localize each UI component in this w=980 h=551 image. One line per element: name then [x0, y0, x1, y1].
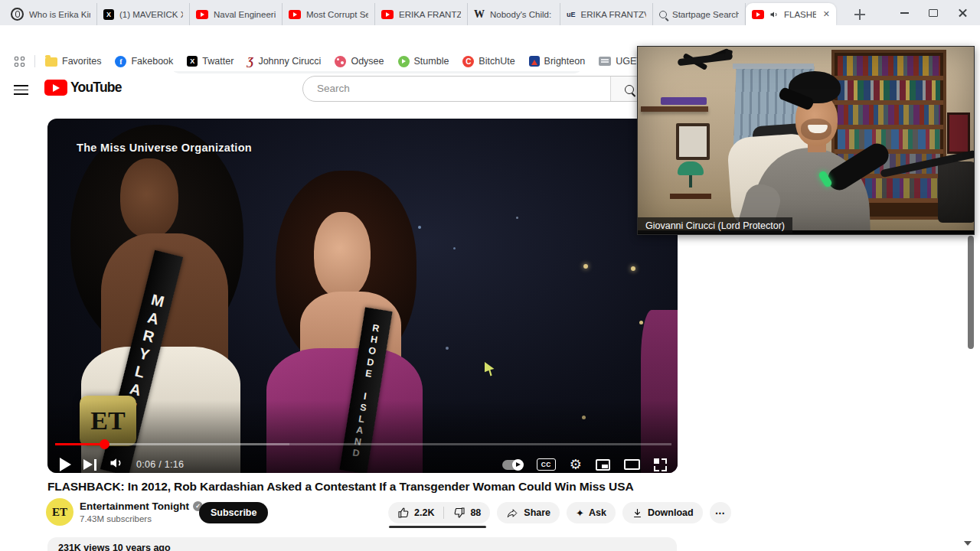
sparkle-graphic	[516, 217, 518, 219]
tab-erika-frantzve-1[interactable]: ERIKA FRANTZVE	[375, 3, 468, 25]
bitchute-icon: C	[462, 56, 474, 67]
bookmark-bitchute[interactable]: C BitchUte	[456, 51, 521, 71]
download-icon	[632, 507, 643, 519]
vignette-overlay	[638, 47, 974, 234]
search-input[interactable]: Search	[302, 76, 648, 102]
tab-who-is-erika-kirk[interactable]: Who is Erika Kirk	[5, 3, 97, 25]
tab-label: Most Corrupt Seri	[306, 10, 368, 19]
settings-gear-icon[interactable]: ⚙	[570, 458, 582, 471]
like-button[interactable]: 2.2K	[388, 507, 443, 519]
apps-grid-button[interactable]	[8, 51, 31, 71]
bookmark-fakebook[interactable]: f Fakebook	[108, 51, 180, 71]
bookmark-odysee[interactable]: Odysee	[328, 51, 390, 71]
search-icon	[625, 85, 634, 94]
subscribe-button[interactable]: Subscribe	[199, 502, 268, 523]
window-maximize-button[interactable]	[919, 0, 948, 25]
bookmarks-divider	[34, 55, 35, 67]
bookmark-twatter[interactable]: X Twatter	[180, 51, 240, 71]
tab-most-corrupt[interactable]: Most Corrupt Seri	[283, 3, 375, 25]
youtube-logo[interactable]: YouTube	[44, 80, 122, 96]
video-player[interactable]: MARYLAND RHODE ISLAND The Miss Universe …	[47, 119, 678, 473]
bookmark-johnny-cirucci[interactable]: Ʒ Johnny Cirucci	[240, 51, 328, 71]
youtube-play-badge-icon	[44, 80, 67, 96]
tab-nobodys-child[interactable]: W Nobody's Child: R	[468, 3, 560, 25]
search-favicon-icon	[659, 11, 667, 18]
sparkle-graphic	[418, 226, 421, 229]
brighteon-icon	[529, 56, 540, 67]
youtube-wordmark: YouTube	[70, 80, 122, 96]
browser-window: Who is Erika Kirk X (1) MAVERICK X o Nav…	[0, 0, 980, 551]
tab-erika-frantzve-2[interactable]: uE ERIKA FRANTZVE	[560, 3, 653, 25]
scrollbar-thumb[interactable]	[968, 236, 974, 349]
next-button-icon[interactable]	[83, 458, 96, 471]
odysee-icon	[335, 56, 346, 67]
tab-flashback-active[interactable]: FLASHBAC ✕	[746, 3, 836, 25]
mouse-cursor-icon	[485, 362, 497, 377]
signature-icon: Ʒ	[247, 55, 253, 68]
tab-startpage-search[interactable]: Startpage Search	[653, 3, 746, 25]
apps-grid-icon	[15, 57, 24, 67]
audio-playing-icon	[769, 10, 779, 19]
participant-name-bar: Giovanni Cirucci (Lord Protector)	[638, 217, 792, 233]
youtube-favicon-icon	[752, 10, 764, 19]
facebook-icon: f	[115, 56, 126, 67]
ring-favicon-icon	[11, 8, 24, 21]
sparkle-graphic	[639, 321, 643, 324]
tab-label: (1) MAVERICK X o	[119, 10, 183, 19]
ask-button[interactable]: ✦ Ask	[567, 502, 616, 523]
youtube-favicon-icon	[196, 10, 208, 19]
view-count-meta: 231K views 10 years ago	[58, 543, 171, 551]
like-dislike-pill: 2.2K 88	[388, 502, 490, 523]
new-tab-button[interactable]	[851, 6, 868, 23]
ue-favicon-icon: uE	[567, 11, 576, 18]
tab-label: ERIKA FRANTZVE	[399, 10, 461, 19]
tab-label: FLASHBAC	[784, 10, 816, 19]
dislike-button[interactable]: 88	[444, 507, 490, 519]
volume-icon[interactable]	[109, 455, 124, 473]
like-ratio-bar	[389, 526, 486, 528]
miniplayer-icon[interactable]	[596, 459, 610, 471]
thumbs-up-icon	[397, 507, 410, 519]
action-bar: 2.2K 88 Share ✦ Ask Download	[388, 502, 731, 523]
play-button-icon[interactable]	[60, 458, 71, 471]
fullscreen-icon[interactable]	[654, 458, 667, 471]
share-button[interactable]: Share	[497, 502, 560, 523]
youtube-favicon-icon	[289, 10, 301, 19]
download-button[interactable]: Download	[622, 502, 703, 523]
tab-label: Who is Erika Kirk	[29, 10, 90, 19]
green-play-icon	[398, 56, 410, 67]
captions-button[interactable]: CC	[537, 458, 556, 471]
tab-maverick-x[interactable]: X (1) MAVERICK X o	[97, 3, 190, 25]
bookmark-brighteon[interactable]: Brighteon	[522, 51, 593, 71]
tab-naval-engineering[interactable]: Naval Engineering	[190, 3, 283, 25]
sparkle-graphic	[446, 347, 449, 350]
channel-avatar[interactable]: ET	[46, 498, 74, 526]
progress-bar[interactable]	[55, 443, 671, 445]
window-close-button[interactable]	[948, 0, 977, 25]
scroll-down-arrow-icon[interactable]	[964, 541, 972, 546]
tab-label: Nobody's Child: R	[490, 10, 554, 19]
theater-mode-icon[interactable]	[624, 459, 640, 470]
tab-close-icon[interactable]: ✕	[823, 9, 830, 19]
sparkle-graphic	[453, 247, 456, 249]
sparkle-graphic	[631, 266, 635, 271]
share-arrow-icon	[506, 507, 519, 519]
autoplay-toggle[interactable]	[502, 460, 523, 470]
scrubber-knob[interactable]	[100, 439, 109, 449]
time-display: 0:06 / 1:16	[136, 459, 184, 470]
more-actions-button[interactable]: ⋯	[710, 502, 731, 523]
wikipedia-favicon-icon: W	[474, 8, 485, 21]
sparkle-graphic	[583, 264, 588, 269]
tab-label: Naval Engineering	[214, 10, 276, 19]
channel-name[interactable]: Entertainment Tonight ✓	[80, 500, 203, 512]
window-minimize-button[interactable]	[890, 0, 919, 25]
video-call-overlay[interactable]: Giovanni Cirucci (Lord Protector)	[637, 46, 975, 235]
video-watermark-text: The Miss Universe Organization	[77, 142, 252, 154]
search-placeholder: Search	[317, 83, 350, 94]
bookmark-stumble[interactable]: Stumble	[391, 51, 456, 71]
played-bar	[55, 443, 104, 445]
x-icon: X	[187, 56, 198, 67]
folder-icon	[45, 57, 57, 67]
youtube-menu-icon[interactable]	[14, 85, 28, 95]
bookmark-favorites[interactable]: Favorites	[38, 51, 108, 71]
